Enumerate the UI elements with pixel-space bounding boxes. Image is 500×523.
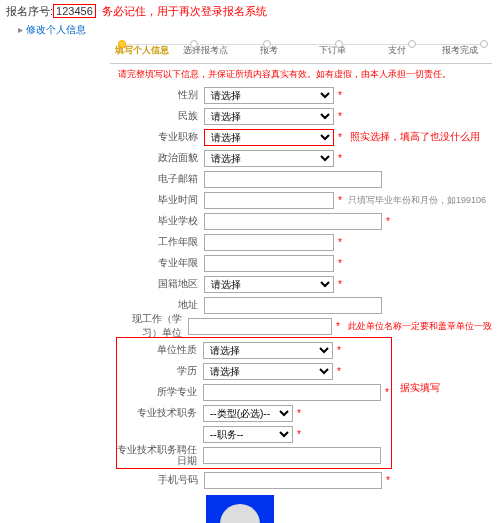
- label-school: 毕业学校: [118, 214, 204, 228]
- serial-number: 123456: [53, 4, 96, 18]
- tech-post-select[interactable]: --职务--: [203, 426, 293, 443]
- gradtime-input[interactable]: [204, 192, 334, 209]
- utype-select[interactable]: 请选择: [203, 342, 333, 359]
- label-work: 工作年限: [118, 235, 204, 249]
- top-note: 务必记住，用于再次登录报名系统: [102, 4, 267, 19]
- label-gradtime: 毕业时间: [118, 193, 204, 207]
- note-group: 据实填写: [400, 381, 440, 395]
- breadcrumb[interactable]: 修改个人信息: [0, 21, 500, 41]
- label-major: 所学专业: [117, 385, 203, 399]
- label-edu: 学历: [117, 364, 203, 378]
- origin-select[interactable]: 请选择: [204, 276, 334, 293]
- work-input[interactable]: [204, 234, 334, 251]
- edu-select[interactable]: 请选择: [203, 363, 333, 380]
- label-mobile: 手机号码: [118, 473, 204, 487]
- label-nation: 民族: [118, 109, 204, 123]
- label-unit: 现工作（学习）单位: [118, 312, 188, 340]
- note-unit: 此处单位名称一定要和盖章单位一致: [348, 320, 492, 333]
- label-pol: 政治面貌: [118, 151, 204, 165]
- label-sex: 性别: [118, 88, 204, 102]
- school-input[interactable]: [204, 213, 382, 230]
- photo-preview: [206, 495, 274, 523]
- label-pro: 专业年限: [118, 256, 204, 270]
- label-title: 专业职称: [118, 130, 204, 144]
- techdate-input[interactable]: [203, 447, 381, 464]
- hint-gradtime: 只填写毕业年份和月份，如199106: [348, 194, 486, 207]
- sex-select[interactable]: 请选择: [204, 87, 334, 104]
- title-select[interactable]: 请选择: [204, 129, 334, 146]
- pol-select[interactable]: 请选择: [204, 150, 334, 167]
- label-utype: 单位性质: [117, 343, 203, 357]
- unit-input[interactable]: [188, 318, 332, 335]
- tech-type-select[interactable]: --类型(必选)--: [203, 405, 293, 422]
- major-input[interactable]: [203, 384, 381, 401]
- label-email: 电子邮箱: [118, 172, 204, 186]
- label-tech: 专业技术职务: [117, 406, 203, 420]
- email-input[interactable]: [204, 171, 382, 188]
- serial-label: 报名序号:: [6, 5, 53, 17]
- step-bar: 填写个人信息 选择报考点 报考 下订单 支付 报考完成: [0, 41, 500, 63]
- label-techdate: 专业技术职务聘任日期: [117, 444, 203, 466]
- note-title: 照实选择，填高了也没什么用: [350, 130, 480, 144]
- label-origin: 国籍地区: [118, 277, 204, 291]
- mobile-input[interactable]: [204, 472, 382, 489]
- addr-input[interactable]: [204, 297, 382, 314]
- form-warning: 请完整填写以下信息，并保证所填内容真实有效。如有虚假，由本人承担一切责任。: [0, 66, 500, 85]
- nation-select[interactable]: 请选择: [204, 108, 334, 125]
- label-addr: 地址: [118, 298, 204, 312]
- pro-input[interactable]: [204, 255, 334, 272]
- truth-group: 单位性质请选择* 学历请选择* 所学专业* 专业技术职务--类型(必选)--* …: [116, 337, 392, 469]
